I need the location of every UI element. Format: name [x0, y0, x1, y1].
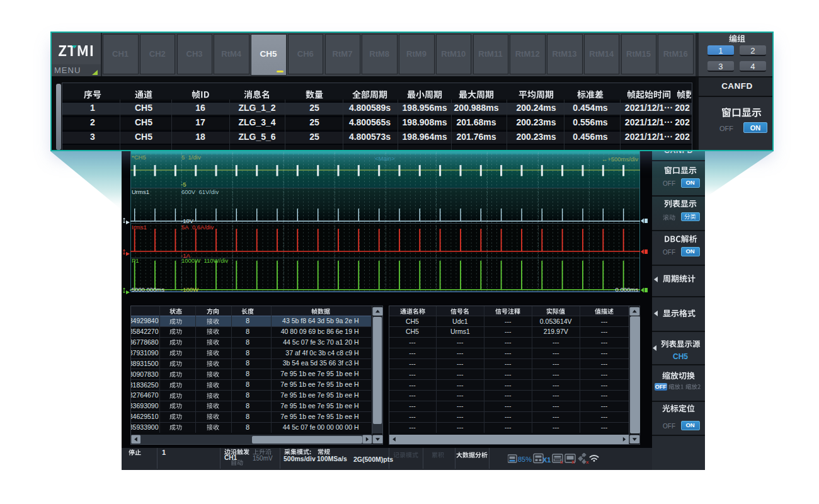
- svg-text:x: x: [560, 459, 563, 465]
- svg-text:x: x: [571, 459, 575, 465]
- svg-text:x: x: [586, 459, 589, 465]
